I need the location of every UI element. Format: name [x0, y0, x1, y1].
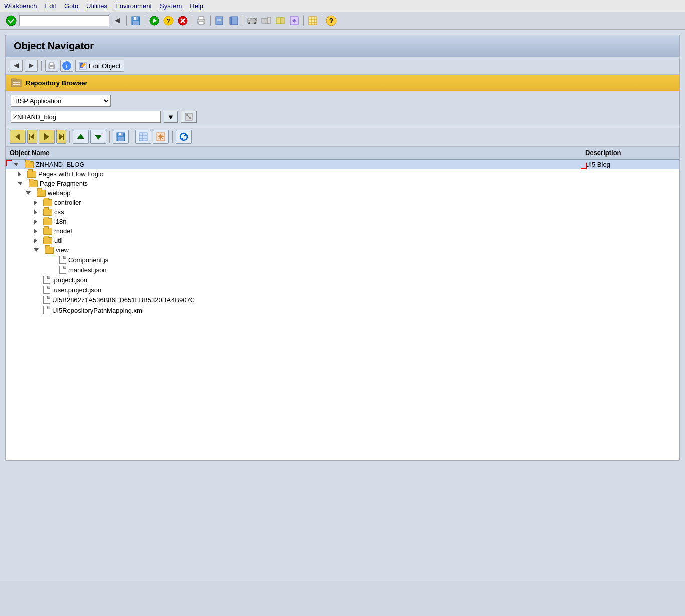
tree-row[interactable]: model	[6, 226, 679, 236]
file-icon	[59, 266, 66, 274]
menu-system[interactable]: System	[160, 2, 182, 10]
tree-node-name: webapp	[48, 189, 71, 197]
arrow-left-btn[interactable]	[111, 15, 123, 27]
folder-icon	[43, 209, 52, 216]
collapse-tri[interactable]	[34, 248, 39, 252]
act-back2-btn[interactable]	[27, 130, 37, 144]
stop-icon[interactable]	[177, 15, 189, 27]
on-back-btn[interactable]	[10, 60, 23, 72]
tree-row[interactable]: i18n	[6, 217, 679, 226]
folder-icon	[43, 199, 52, 206]
tree-row[interactable]: .project.json	[6, 275, 679, 285]
menu-workbench[interactable]: Workbench	[4, 2, 37, 10]
act-forward-btn[interactable]	[39, 130, 55, 144]
expand-tri[interactable]	[34, 219, 37, 224]
collapse-tri[interactable]	[14, 163, 19, 166]
act-forward2-btn[interactable]	[56, 130, 66, 144]
expand-tri[interactable]	[18, 172, 21, 177]
collapse-tri[interactable]	[18, 182, 23, 185]
file-icon	[43, 296, 50, 304]
file-icon	[43, 276, 50, 284]
tree-node-name: i18n	[54, 218, 67, 225]
on-inner-toolbar: i Edit Object	[6, 57, 679, 75]
tree-row[interactable]: Page Fragments	[6, 179, 679, 188]
menu-environment[interactable]: Environment	[115, 2, 152, 10]
tree-row[interactable]: UI5RepositoryPathMapping.xml	[6, 305, 679, 315]
repo-browser-label: Repository Browser	[26, 79, 88, 87]
on-forward-btn[interactable]	[25, 60, 38, 72]
act-filter-down-btn[interactable]	[90, 130, 106, 144]
repo-browser-icon	[11, 78, 22, 88]
file-icon	[59, 256, 66, 264]
act-filter-up-btn[interactable]	[73, 130, 89, 144]
command-input[interactable]	[19, 15, 109, 26]
tree-node-name: css	[54, 208, 64, 216]
transport2-icon[interactable]	[260, 15, 272, 27]
menu-utilities[interactable]: Utilities	[86, 2, 107, 10]
menu-goto[interactable]: Goto	[64, 2, 78, 10]
svg-rect-39	[50, 63, 54, 65]
tree-row[interactable]: Component.js	[6, 255, 679, 265]
act-refresh-btn[interactable]	[176, 130, 192, 144]
tree-row[interactable]: UI5B286271A536B86ED651FBB5320BA4B907C	[6, 295, 679, 305]
svg-rect-20	[230, 17, 232, 24]
filter-type-dropdown[interactable]: BSP Application Package Function Group C…	[11, 95, 111, 107]
act-sep1	[69, 131, 70, 143]
filter-configure-btn[interactable]	[181, 111, 197, 123]
tree-row[interactable]: controller	[6, 198, 679, 207]
grid-icon[interactable]	[307, 15, 319, 27]
save-icon[interactable]	[130, 15, 142, 27]
svg-text:?: ?	[329, 17, 334, 25]
svg-point-22	[248, 22, 250, 24]
tree-row[interactable]: .user.project.json	[6, 285, 679, 295]
print-icon[interactable]	[195, 15, 207, 27]
bookmark-icon[interactable]	[214, 15, 226, 27]
act-grid-btn[interactable]	[135, 130, 151, 144]
tree-node-desc: UI5 Blog	[585, 161, 675, 168]
act-expand-btn[interactable]	[153, 130, 169, 144]
expand-tri[interactable]	[34, 238, 37, 243]
tree-row[interactable]: manifest.json	[6, 265, 679, 275]
act-save-btn[interactable]	[113, 130, 129, 144]
menu-edit[interactable]: Edit	[45, 2, 56, 10]
tree-node-name: .project.json	[52, 276, 87, 284]
on-print-btn[interactable]	[45, 60, 58, 72]
tree-row[interactable]: view	[6, 245, 679, 255]
expand-tri[interactable]	[34, 210, 37, 215]
filter-dropdown-btn[interactable]: ▼	[164, 111, 178, 123]
status-icon[interactable]: ?	[162, 15, 175, 27]
edit-object-label: Edit Object	[89, 62, 121, 70]
menu-help[interactable]: Help	[190, 2, 203, 10]
tree-row[interactable]: util	[6, 236, 679, 245]
expand-tri[interactable]	[34, 200, 37, 205]
transport-icon[interactable]	[246, 15, 258, 27]
go-icon[interactable]	[148, 15, 160, 27]
sep3	[192, 16, 192, 26]
help-icon[interactable]: ?	[325, 15, 337, 27]
on-info-btn[interactable]: i	[60, 60, 73, 72]
check-icon[interactable]	[5, 15, 17, 27]
svg-rect-29	[309, 17, 317, 25]
folder-icon	[45, 247, 54, 254]
book2-icon[interactable]	[228, 15, 240, 27]
sep4	[210, 16, 211, 26]
file-icon	[43, 306, 50, 314]
act-back-btn[interactable]	[10, 130, 26, 144]
svg-rect-5	[134, 17, 136, 20]
collapse-tri[interactable]	[26, 191, 31, 195]
tree-table-header: Object Name Description	[6, 147, 679, 160]
tree-row[interactable]: css	[6, 207, 679, 217]
filter-value-input[interactable]	[11, 111, 161, 123]
tree-row[interactable]: Pages with Flow Logic	[6, 169, 679, 179]
repo-browser-header[interactable]: Repository Browser	[6, 75, 679, 91]
tree-row[interactable]: webapp	[6, 188, 679, 198]
svg-text:?: ?	[166, 18, 170, 25]
folder-icon	[25, 161, 34, 168]
transport3-icon[interactable]	[274, 15, 286, 27]
transport4-icon[interactable]	[288, 15, 300, 27]
expand-tri[interactable]	[34, 229, 37, 234]
svg-marker-55	[44, 133, 49, 140]
tree-row[interactable]: ZNHAND_BLOG UI5 Blog	[6, 160, 679, 169]
on-edit-object-btn[interactable]: Edit Object	[75, 60, 124, 72]
svg-point-0	[6, 16, 16, 26]
